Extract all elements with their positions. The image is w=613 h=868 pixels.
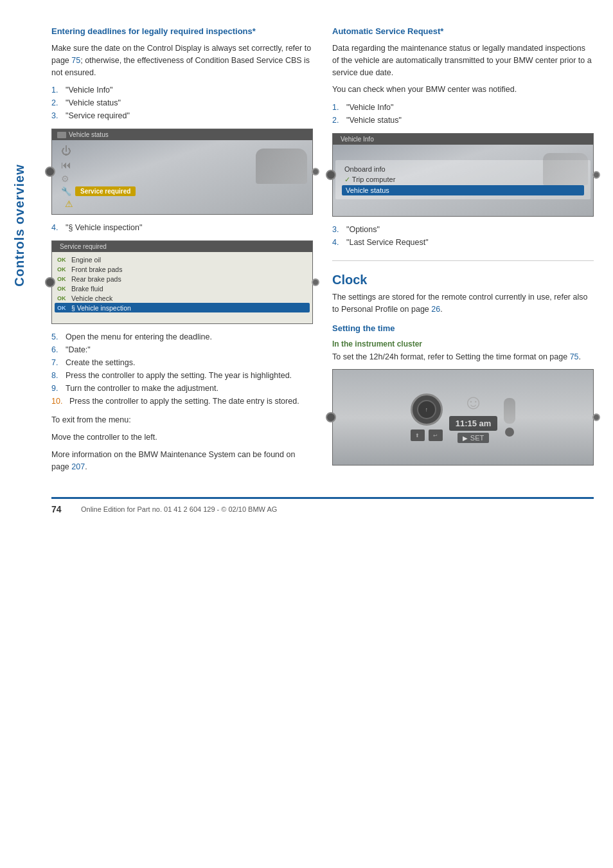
page-link-26[interactable]: 26 xyxy=(431,305,440,314)
set-arrow-icon: ▶ xyxy=(463,435,468,442)
vs-title: Vehicle status xyxy=(69,131,109,138)
clock-body-2: To set the 12h/24h format, refer to Sett… xyxy=(332,351,594,363)
service-item-2: OKFront brake pads xyxy=(57,264,307,274)
gauge-inner-1: ↑ xyxy=(417,400,436,419)
service-item-1: OKEngine oil xyxy=(57,255,307,264)
gauge-label-1: ↑ xyxy=(425,406,428,413)
ic-time-display: 11:15 am xyxy=(449,416,498,431)
gauge-1: ↑ xyxy=(411,393,443,426)
screen-icon xyxy=(57,132,66,138)
exit-text-2: Move the controller to the left. xyxy=(51,431,313,444)
auto-list-1: 1."Vehicle Info" 2."Vehicle status" xyxy=(332,101,594,127)
nav-icon-2: ↩ xyxy=(429,429,443,441)
sr-title: Service required xyxy=(60,243,107,250)
auto-body-1: Data regarding the maintenance status or… xyxy=(332,42,594,78)
list-item-a3: 3."Options" xyxy=(332,223,594,236)
instrument-cluster-screen: ↑ ⬆ ↩ xyxy=(332,369,594,466)
vs-item-service: 🔧 Service required xyxy=(58,185,306,197)
service-item-5: OKVehicle check xyxy=(57,293,307,303)
nav-icon-1: ⬆ xyxy=(411,429,425,441)
list-2: 4."§ Vehicle inspection" xyxy=(51,221,313,234)
smiley-icon: ☺ xyxy=(463,392,484,412)
sidebar-label: Controls overview xyxy=(0,90,39,360)
list-item-5: 5.Open the menu for entering the deadlin… xyxy=(51,330,313,343)
list-item-8: 8.Press the controller to apply the sett… xyxy=(51,369,313,382)
list-item: 2."Vehicle status" xyxy=(51,96,313,109)
section-heading-right: Automatic Service Request* xyxy=(332,26,594,37)
time-value: 11:15 am xyxy=(456,419,492,428)
vehicle-info-screen: Vehicle Info Onboard info Trip computer … xyxy=(332,133,594,217)
left-column: Entering deadlines for legally required … xyxy=(51,26,313,478)
left-gauges: ↑ ⬆ ↩ xyxy=(411,393,443,441)
right-gauge-area xyxy=(504,398,515,437)
nav-icons: ⬆ ↩ xyxy=(411,429,443,441)
controller-left-4 xyxy=(326,412,336,422)
vs-top-bar: Vehicle status xyxy=(52,129,312,140)
list-item-a4: 4."Last Service Request" xyxy=(332,236,594,249)
auto-body-2: You can check when your BMW center was n… xyxy=(332,84,594,96)
service-item-4: OKBrake fluid xyxy=(57,284,307,293)
list-item-10: 10.Press the controller to apply the set… xyxy=(51,395,313,408)
vi-title: Vehicle Info xyxy=(341,136,374,143)
page-number: 74 xyxy=(51,504,71,514)
more-info-text: More information on the BMW Maintenance … xyxy=(51,449,313,473)
setting-time-heading: Setting the time xyxy=(332,323,594,333)
service-list: OKEngine oil OKFront brake pads OKRear b… xyxy=(52,252,312,315)
set-label: SET xyxy=(470,434,484,442)
vehicle-status-screen: Vehicle status ⏻ ⏮ ⚙ 🔧 xyxy=(51,129,313,215)
list-item-7: 7.Create the settings. xyxy=(51,356,313,369)
right-gauge-bar xyxy=(504,398,515,424)
page-link-207[interactable]: 207 xyxy=(71,462,85,471)
sr-top-bar: Service required xyxy=(52,241,312,252)
auto-list-2: 3."Options" 4."Last Service Request" xyxy=(332,223,594,249)
controller-right-3 xyxy=(592,171,600,179)
ic-center: ☺ 11:15 am ▶ SET xyxy=(449,392,498,443)
list-item-9: 9.Turn the controller to make the adjust… xyxy=(51,382,313,395)
vs-warning: ⚠ xyxy=(58,197,306,210)
controller-right-4 xyxy=(592,413,600,421)
controller-left-2 xyxy=(45,277,55,287)
clock-heading: Clock xyxy=(332,273,594,287)
list-item: 3."Service required" xyxy=(51,109,313,122)
list-1: 1."Vehicle Info" 2."Vehicle status" 3."S… xyxy=(51,84,313,122)
service-required-screen: Service required OKEngine oil OKFront br… xyxy=(51,240,313,324)
vi-screen: Vehicle Info Onboard info Trip computer … xyxy=(332,133,594,217)
ic-screen: ↑ ⬆ ↩ xyxy=(332,369,594,466)
controller-left-3 xyxy=(326,170,336,180)
list-item-a2: 2."Vehicle status" xyxy=(332,114,594,127)
page-link-75b[interactable]: 75 xyxy=(570,352,579,361)
list-item-6: 6."Date:" xyxy=(51,343,313,356)
controller-right-2 xyxy=(312,278,319,286)
controller-right xyxy=(312,168,319,176)
footer: 74 Online Edition for Part no. 01 41 2 6… xyxy=(51,497,594,514)
vi-top-bar: Vehicle Info xyxy=(333,134,593,145)
vs-screen: Vehicle status ⏻ ⏮ ⚙ 🔧 xyxy=(51,129,313,215)
list-item: 1."Vehicle Info" xyxy=(51,84,313,96)
service-item-3: OKRear brake pads xyxy=(57,274,307,284)
ic-set-button: ▶ SET xyxy=(458,433,489,443)
right-knob xyxy=(505,428,514,437)
vs-highlighted: Service required xyxy=(75,186,136,196)
instrument-cluster-heading: In the instrument cluster xyxy=(332,339,594,348)
gauge-row: ↑ xyxy=(411,393,443,426)
service-item-6: OK§ Vehicle inspection xyxy=(55,303,310,312)
list-3: 5.Open the menu for entering the deadlin… xyxy=(51,330,313,408)
body-text-1: Make sure the date on the Control Displa… xyxy=(51,42,313,78)
ic-gauges: ↑ ⬆ ↩ xyxy=(411,392,516,443)
car-silhouette xyxy=(256,149,307,184)
list-item-a1: 1."Vehicle Info" xyxy=(332,101,594,114)
vi-item-3: Vehicle status xyxy=(342,185,584,195)
car-silhouette-2 xyxy=(543,153,588,185)
section-heading-left: Entering deadlines for legally required … xyxy=(51,26,313,37)
footer-text: Online Edition for Part no. 01 41 2 604 … xyxy=(81,505,277,513)
exit-text-1: To exit from the menu: xyxy=(51,414,313,426)
controller-left xyxy=(45,167,55,177)
page-link-75[interactable]: 75 xyxy=(71,56,80,65)
section-divider xyxy=(332,260,594,261)
list-item-4: 4."§ Vehicle inspection" xyxy=(51,221,313,234)
right-column: Automatic Service Request* Data regardin… xyxy=(332,26,594,478)
sr-screen: Service required OKEngine oil OKFront br… xyxy=(51,240,313,324)
clock-body: The settings are stored for the remote c… xyxy=(332,291,594,316)
